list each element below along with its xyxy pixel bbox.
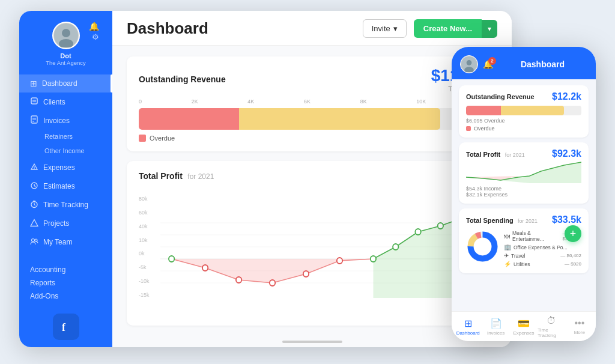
- create-btn-group: Create New... ▾: [414, 19, 497, 38]
- sidebar-item-dashboard[interactable]: ⊞ Dashboard: [19, 74, 112, 93]
- avatar: [52, 22, 80, 49]
- sidebar-accounting[interactable]: Accounting: [30, 263, 101, 276]
- sidebar-item-projects[interactable]: Projects: [19, 214, 112, 233]
- sidebar-item-label: Clients: [43, 98, 65, 106]
- home-indicator: [112, 336, 512, 347]
- phone-revenue-row: Outstanding Revenue $12.2k: [466, 91, 581, 102]
- estimates-icon: [30, 181, 38, 192]
- spending-item-utilities: ⚡ Utilities — $920: [504, 261, 581, 267]
- sidebar-sub-retainers[interactable]: Retainers Other Income: [19, 130, 112, 159]
- revenue-title: Outstanding Revenue: [139, 74, 226, 84]
- travel-icon: ✈: [504, 252, 509, 259]
- phone-nav-timetracking[interactable]: ⏱ Time Tracking: [538, 315, 565, 338]
- dashboard-icon: ⊞: [30, 79, 37, 88]
- svg-point-39: [415, 229, 420, 235]
- phone-nav-dashboard-label: Dashboard: [456, 330, 480, 336]
- phone-spending-row: Total Spending for 2021 $33.5k: [466, 214, 581, 225]
- sidebar-item-estimates[interactable]: Estimates: [19, 177, 112, 196]
- utilities-label: Utilities: [514, 261, 530, 267]
- phone-nav-invoices[interactable]: 📄 Invoices: [482, 318, 509, 336]
- sidebar-avatar: 🔔 ⚙ Dot The Ant Agency: [19, 22, 112, 66]
- bar-pending: [239, 108, 440, 130]
- phone-nav-more-label: More: [574, 330, 585, 335]
- svg-point-38: [393, 244, 398, 250]
- projects-icon: [30, 219, 38, 229]
- phone-revenue-card: Outstanding Revenue $12.2k $6,095 Overdu…: [459, 85, 589, 138]
- sidebar-addons[interactable]: Add-Ons: [30, 290, 101, 303]
- phone-profit-subtitle: for 2021: [505, 152, 525, 158]
- phone-nav-more-icon: •••: [574, 318, 584, 329]
- svg-point-1: [62, 29, 70, 37]
- phone-profit-title: Total Profit: [466, 151, 500, 158]
- phone-revenue-bar: [466, 106, 581, 115]
- office-icon: 🏢: [504, 244, 511, 250]
- sidebar-item-label: Expenses: [43, 163, 75, 172]
- y-axis: 80k 60k 40k 10k 0k -5k -10k -15k: [139, 196, 158, 298]
- utilities-amount: — $920: [565, 261, 581, 267]
- bar-legend: Overdue: [139, 135, 485, 142]
- expenses-icon: [30, 163, 38, 173]
- create-new-dropdown[interactable]: ▾: [482, 20, 497, 38]
- other-income-label: Other Income: [44, 144, 112, 159]
- create-new-button[interactable]: Create New...: [414, 19, 482, 38]
- invoices-icon: [30, 115, 38, 126]
- phone-nav-expenses[interactable]: 💳 Expenses: [510, 318, 538, 336]
- phone-profit-row: Total Profit for 2021 $92.3k: [466, 148, 581, 159]
- phone-nav-expenses-label: Expenses: [513, 330, 534, 336]
- overdue-legend-label: Overdue: [150, 135, 175, 142]
- phone-bell-icon[interactable]: 🔔 2: [483, 59, 493, 69]
- svg-point-40: [438, 223, 443, 229]
- svg-point-36: [337, 258, 342, 264]
- svg-point-37: [371, 256, 376, 262]
- page-title: Dashboard: [127, 19, 208, 38]
- phone-nav-timetracking-label: Time Tracking: [538, 327, 565, 338]
- sidebar-item-timetracking[interactable]: Time Tracking: [19, 196, 112, 214]
- phone-header: 🔔 2 Dashboard: [452, 47, 596, 79]
- meals-icon: 🍽: [504, 233, 510, 240]
- phone-revenue-sub: $6,095 Overdue: [466, 118, 581, 124]
- invite-button[interactable]: Invite ▾: [363, 19, 407, 38]
- sidebar-item-expenses[interactable]: Expenses: [19, 159, 112, 177]
- utilities-icon: ⚡: [504, 261, 511, 267]
- svg-point-22: [35, 239, 37, 241]
- profit-title: Total Profit: [139, 171, 183, 181]
- sidebar-item-label: Projects: [43, 219, 69, 228]
- overdue-legend-dot: [139, 135, 146, 142]
- gear-icon[interactable]: ⚙: [92, 32, 99, 41]
- phone-spending-amount: $33.5k: [552, 214, 581, 225]
- sidebar-item-clients[interactable]: Clients: [19, 93, 112, 111]
- phone-revenue-amount: $12.2k: [552, 91, 581, 102]
- user-name: Dot: [60, 52, 71, 59]
- svg-line-15: [34, 186, 35, 187]
- sidebar-reports[interactable]: Reports: [30, 276, 101, 290]
- phone-revenue-title: Outstanding Revenue: [466, 93, 535, 100]
- travel-label: Travel: [511, 253, 525, 259]
- phone-nav-timetracking-icon: ⏱: [547, 315, 556, 326]
- svg-point-33: [236, 277, 241, 283]
- phone-bar-overdue: [466, 106, 501, 115]
- phone-overdue-label: Overdue: [474, 126, 495, 132]
- bar-overdue: [139, 108, 239, 130]
- sidebar-item-label: Dashboard: [42, 79, 77, 88]
- fab-add-button[interactable]: +: [565, 225, 581, 242]
- phone-body: Outstanding Revenue $12.2k $6,095 Overdu…: [452, 79, 596, 311]
- phone-nav-dashboard[interactable]: ⊞ Dashboard: [454, 318, 482, 336]
- sidebar-item-invoices[interactable]: Invoices: [19, 111, 112, 130]
- svg-marker-20: [31, 219, 38, 226]
- revenue-card: Outstanding Revenue $11.0K Total Outst..…: [127, 56, 497, 151]
- spending-row: 🍽 Meals & Entertainme... — $26.1k 🏢 Offi…: [466, 230, 581, 267]
- meals-label: Meals & Entertainme...: [512, 230, 560, 242]
- bell-icon[interactable]: 🔔: [89, 22, 99, 31]
- phone-profit-card: Total Profit for 2021 $92.3k $54.3k Inco…: [459, 142, 589, 204]
- spending-item-office: 🏢 Office Expenses & Po...: [504, 244, 581, 250]
- sidebar-item-label: Invoices: [43, 117, 70, 125]
- scene: 🔔 ⚙ Dot The Ant Agency ⊞ Dashboard: [19, 11, 596, 353]
- sidebar-item-label: Time Tracking: [43, 201, 88, 209]
- phone-nav-more[interactable]: ••• More: [566, 318, 593, 335]
- svg-line-18: [34, 204, 35, 205]
- header-actions: Invite ▾ Create New... ▾: [363, 19, 497, 38]
- sidebar-item-myteam[interactable]: My Team: [19, 233, 112, 252]
- chart-svg: [160, 196, 485, 298]
- profit-subtitle: for 2021: [187, 172, 214, 181]
- phone-profit-income: $54.3k Income: [466, 186, 581, 192]
